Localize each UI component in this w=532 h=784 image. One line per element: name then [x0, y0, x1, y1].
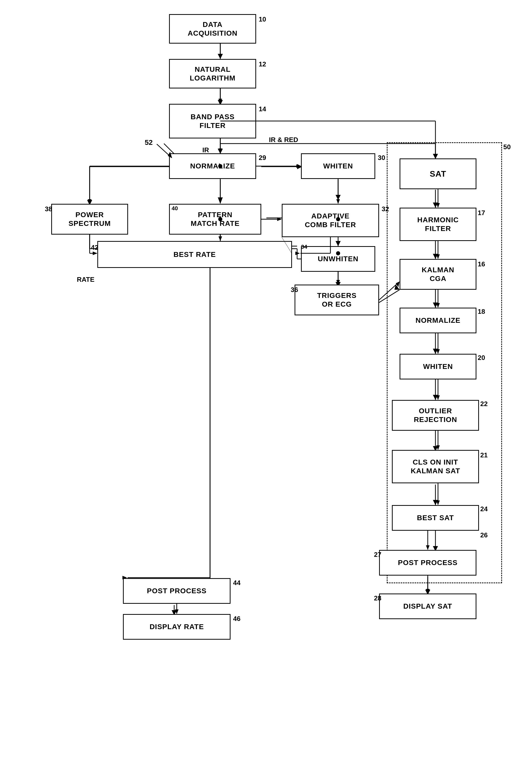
post-process1-box: POST PROCESS — [123, 578, 231, 604]
normalize2-label: NORMALIZE — [415, 316, 460, 325]
natural-log-label: NATURAL LOGARITHM — [190, 65, 236, 82]
whiten1-label: WHITEN — [323, 162, 353, 170]
post-process2-label: POST PROCESS — [398, 558, 458, 567]
power-spectrum-box: POWER SPECTRUM — [51, 204, 128, 234]
whiten1-box: WHITEN — [301, 153, 375, 179]
label-30: 30 — [378, 154, 385, 162]
unwhiten-label: UNWHITEN — [318, 255, 359, 263]
data-acquisition-box: DATA ACQUISITION — [169, 14, 256, 44]
label-22: 22 — [480, 400, 488, 408]
svg-marker-76 — [218, 199, 222, 204]
label-10: 10 — [259, 16, 266, 23]
label-52: 52 — [145, 138, 153, 147]
svg-marker-5 — [218, 149, 223, 154]
best-rate-box: BEST RATE — [97, 241, 292, 268]
svg-marker-1 — [218, 54, 223, 59]
display-rate-box: DISPLAY RATE — [123, 614, 231, 640]
band-pass-box: BAND PASS FILTER — [169, 104, 256, 138]
svg-marker-65 — [218, 148, 222, 153]
svg-marker-98 — [175, 609, 179, 614]
svg-marker-88 — [295, 252, 300, 255]
cls-kalman-label: CLS ON INIT KALMAN SAT — [411, 458, 460, 475]
label-28: 28 — [374, 594, 381, 602]
cls-kalman-box: CLS ON INIT KALMAN SAT — [392, 450, 479, 483]
svg-marker-12 — [218, 197, 223, 202]
label-38: 38 — [45, 205, 52, 213]
best-sat-label: BEST SAT — [417, 513, 454, 522]
harmonic-filter-box: HARMONIC FILTER — [400, 208, 476, 241]
whiten2-box: WHITEN — [400, 354, 476, 380]
label-34: 34 — [301, 244, 307, 250]
label-44: 44 — [233, 579, 240, 587]
normalize1-box: NORMALIZE — [169, 153, 256, 179]
svg-marker-116 — [426, 589, 430, 593]
svg-marker-22 — [335, 241, 341, 246]
harmonic-filter-label: HARMONIC FILTER — [417, 216, 459, 233]
svg-marker-80 — [277, 217, 282, 221]
pattern-match-label: PATTERN MATCH RATE — [191, 211, 240, 228]
svg-marker-72 — [88, 199, 91, 204]
unwhiten-box: UNWHITEN — [301, 246, 375, 272]
normalize1-label: NORMALIZE — [190, 162, 235, 170]
display-sat-label: DISPLAY SAT — [404, 602, 452, 611]
power-spectrum-label: POWER SPECTRUM — [68, 211, 111, 228]
svg-marker-74 — [296, 164, 301, 168]
svg-marker-78 — [336, 199, 340, 204]
best-sat-box: BEST SAT — [392, 505, 479, 531]
natural-log-box: NATURAL LOGARITHM — [169, 59, 256, 88]
label-40: 40 — [172, 205, 178, 212]
ir-red-label: IR & RED — [269, 136, 298, 144]
label-12: 12 — [259, 60, 266, 68]
label-24: 24 — [480, 505, 488, 513]
post-process2-box: POST PROCESS — [379, 550, 476, 576]
triggers-ecg-box: TRIGGERS OR ECG — [295, 285, 379, 315]
outlier-rejection-label: OUTLIER REJECTION — [414, 407, 457, 424]
post-process1-label: POST PROCESS — [147, 587, 207, 595]
rate-label: RATE — [77, 276, 94, 284]
label-20: 20 — [478, 354, 485, 362]
triggers-ecg-label: TRIGGERS OR ECG — [317, 291, 357, 308]
sat-label: SAT — [430, 169, 446, 179]
label-46: 46 — [233, 615, 240, 623]
whiten2-label: WHITEN — [423, 362, 453, 371]
label-36: 36 — [291, 286, 298, 294]
label-18: 18 — [478, 308, 485, 316]
adaptive-comb-label: ADAPTIVE COMB FILTER — [305, 212, 356, 229]
svg-marker-85 — [218, 236, 222, 241]
label-21: 21 — [480, 451, 488, 459]
svg-marker-14 — [335, 195, 341, 200]
label-14: 14 — [259, 105, 266, 113]
normalize2-box: NORMALIZE — [400, 308, 476, 333]
display-rate-label: DISPLAY RATE — [150, 622, 204, 631]
kalman-cga-label: KALMAN CGA — [422, 265, 454, 283]
svg-marker-83 — [93, 252, 97, 255]
label-27: 27 — [374, 551, 381, 559]
adaptive-comb-box: ADAPTIVE COMB FILTER — [282, 204, 379, 237]
label-16: 16 — [478, 260, 485, 268]
band-pass-label: BAND PASS FILTER — [190, 113, 235, 130]
pattern-match-box: PATTERN MATCH RATE — [169, 204, 261, 234]
outlier-rejection-box: OUTLIER REJECTION — [392, 400, 479, 431]
display-sat-box: DISPLAY SAT — [379, 593, 476, 619]
diagram: DATA ACQUISITION 10 NATURAL LOGARITHM 12… — [0, 0, 532, 784]
label-29: 29 — [259, 154, 266, 162]
kalman-cga-box: KALMAN CGA — [400, 259, 476, 290]
best-rate-label: BEST RATE — [173, 250, 216, 259]
data-acquisition-label: DATA ACQUISITION — [188, 20, 238, 37]
svg-marker-91 — [336, 280, 340, 285]
label-42: 42 — [91, 244, 98, 252]
label-50: 50 — [503, 143, 511, 151]
sat-box: SAT — [400, 159, 476, 189]
svg-marker-63 — [218, 99, 222, 103]
svg-marker-61 — [218, 54, 222, 58]
label-17: 17 — [478, 209, 485, 217]
label-26: 26 — [480, 531, 488, 539]
ir-label: IR — [202, 146, 209, 154]
